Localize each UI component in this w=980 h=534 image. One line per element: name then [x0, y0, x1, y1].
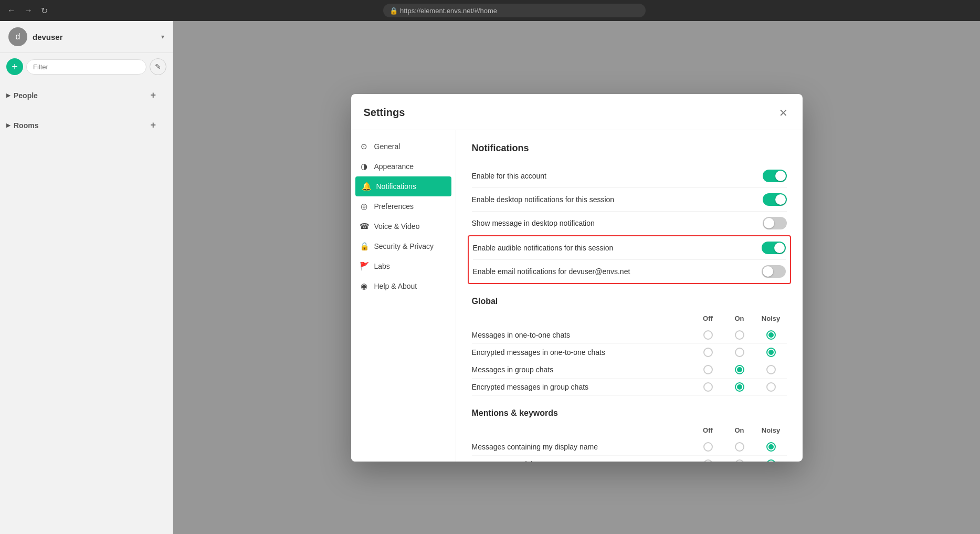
- global-col-off: Off: [692, 315, 724, 322]
- toggle-label-enable-account: Enable for this account: [472, 172, 763, 180]
- radio-global-0-on[interactable]: [735, 330, 744, 340]
- settings-modal-header: Settings ✕: [351, 94, 803, 130]
- nav-item-help-about[interactable]: ◉ Help & About: [351, 276, 456, 296]
- radio-mentions-1-on[interactable]: [735, 459, 744, 462]
- global-title: Global: [472, 297, 787, 306]
- help-icon: ◉: [360, 281, 369, 291]
- toggle-row-enable-account: Enable for this account: [472, 164, 787, 188]
- toggle-row-desktop-notif: Enable desktop notifications for this se…: [472, 188, 787, 212]
- search-input[interactable]: [26, 59, 146, 75]
- username: devuser: [33, 33, 156, 41]
- table-row: Encrypted messages in one-to-one chats: [472, 344, 787, 361]
- refresh-button[interactable]: ↻: [39, 4, 50, 18]
- settings-body: ⊙ General ◑ Appearance 🔔 Notifications: [351, 130, 803, 462]
- rooms-label: Rooms: [14, 121, 38, 130]
- table-row: Encrypted messages in group chats: [472, 379, 787, 396]
- nav-item-appearance[interactable]: ◑ Appearance: [351, 156, 456, 176]
- toggle-label-audible: Enable audible notifications for this se…: [473, 244, 762, 252]
- toggle-email[interactable]: [762, 265, 786, 278]
- radio-mentions-0-off[interactable]: [703, 442, 713, 452]
- global-col-noisy: Noisy: [755, 315, 787, 322]
- sidebar-header: d devuser ▾: [0, 21, 173, 53]
- back-button[interactable]: ←: [5, 4, 18, 17]
- nav-item-labs[interactable]: 🚩 Labs: [351, 256, 456, 276]
- close-button[interactable]: ✕: [777, 104, 790, 121]
- app-layout: d devuser ▾ + ✎ ▶ People + ▶ Rooms + Set…: [0, 21, 980, 534]
- radio-global-1-on[interactable]: [735, 348, 744, 357]
- mentions-table-header: Off On Noisy: [472, 424, 787, 436]
- toggle-row-audible: Enable audible notifications for this se…: [473, 236, 786, 260]
- mentions-title: Mentions & keywords: [472, 409, 787, 418]
- sidebar-item-rooms[interactable]: ▶ Rooms +: [0, 110, 173, 140]
- new-chat-button[interactable]: +: [6, 58, 23, 75]
- url-text: https://element.envs.net/#/home: [400, 7, 497, 15]
- radio-global-0-noisy[interactable]: [766, 330, 776, 340]
- mentions-section: Mentions & keywords Off On Noisy Message…: [472, 409, 787, 462]
- general-icon: ⊙: [360, 142, 369, 151]
- radio-mentions-1-noisy[interactable]: [766, 459, 776, 462]
- chevron-right-icon-rooms: ▶: [6, 122, 10, 128]
- table-row: Messages in group chats: [472, 361, 787, 379]
- table-row: Messages in one-to-one chats: [472, 327, 787, 344]
- add-people-button[interactable]: +: [140, 85, 166, 106]
- global-col-on: On: [724, 315, 755, 322]
- toggle-label-desktop-notif: Enable desktop notifications for this se…: [472, 195, 763, 204]
- nav-item-notifications[interactable]: 🔔 Notifications: [355, 176, 451, 196]
- settings-content: Notifications Enable for this account En…: [456, 130, 803, 462]
- security-icon: 🔒: [360, 242, 369, 251]
- nav-item-general[interactable]: ⊙ General: [351, 137, 456, 156]
- global-table-header: Off On Noisy: [472, 312, 787, 324]
- nav-item-preferences[interactable]: ◎ Preferences: [351, 196, 456, 216]
- main-content: Settings ✕ ⊙ General ◑ Appearance: [173, 21, 980, 534]
- highlight-box: Enable audible notifications for this se…: [468, 235, 791, 284]
- global-section: Global Off On Noisy Messages in one-to-o…: [472, 297, 787, 396]
- mentions-col-on: On: [724, 426, 755, 434]
- radio-global-2-on[interactable]: [735, 365, 744, 374]
- toggle-audible[interactable]: [762, 242, 786, 254]
- forward-button[interactable]: →: [22, 4, 35, 17]
- toggle-show-message[interactable]: [763, 217, 787, 229]
- radio-mentions-1-off[interactable]: [703, 459, 713, 462]
- radio-global-3-off[interactable]: [703, 382, 713, 392]
- mentions-col-noisy: Noisy: [755, 426, 787, 434]
- compose-button[interactable]: ✎: [150, 58, 166, 75]
- toggle-row-email: Enable email notifications for devuser@e…: [473, 260, 786, 283]
- add-rooms-button[interactable]: +: [140, 114, 166, 136]
- avatar: d: [8, 27, 27, 46]
- radio-global-2-off[interactable]: [703, 365, 713, 374]
- table-row: Messages containing my username: [472, 456, 787, 462]
- toggle-enable-account[interactable]: [763, 170, 787, 182]
- labs-icon: 🚩: [360, 261, 369, 271]
- settings-modal: Settings ✕ ⊙ General ◑ Appearance: [351, 94, 803, 462]
- notifications-icon: 🔔: [362, 182, 371, 191]
- toggle-label-show-message: Show message in desktop notification: [472, 219, 763, 227]
- preferences-icon: ◎: [360, 202, 369, 211]
- toggle-desktop-notif[interactable]: [763, 193, 787, 206]
- radio-mentions-0-noisy[interactable]: [766, 442, 776, 452]
- radio-global-2-noisy[interactable]: [766, 365, 776, 374]
- sidebar-search-area: + ✎: [6, 58, 166, 75]
- nav-item-security-privacy[interactable]: 🔒 Security & Privacy: [351, 236, 456, 256]
- mentions-col-off: Off: [692, 426, 724, 434]
- settings-title: Settings: [364, 107, 405, 119]
- people-label: People: [14, 91, 38, 100]
- radio-global-3-noisy[interactable]: [766, 382, 776, 392]
- chevron-right-icon: ▶: [6, 92, 10, 98]
- toggle-row-show-message: Show message in desktop notification: [472, 212, 787, 235]
- browser-chrome: ← → ↻ 🔒 https://element.envs.net/#/home: [0, 0, 980, 21]
- radio-mentions-0-on[interactable]: [735, 442, 744, 452]
- radio-global-1-noisy[interactable]: [766, 348, 776, 357]
- url-bar[interactable]: 🔒 https://element.envs.net/#/home: [383, 4, 646, 17]
- settings-nav: ⊙ General ◑ Appearance 🔔 Notifications: [351, 130, 456, 462]
- sidebar-item-people[interactable]: ▶ People +: [0, 80, 173, 110]
- notifications-section-title: Notifications: [472, 143, 787, 154]
- appearance-icon: ◑: [360, 162, 369, 171]
- radio-global-1-off[interactable]: [703, 348, 713, 357]
- sidebar: d devuser ▾ + ✎ ▶ People + ▶ Rooms +: [0, 21, 173, 534]
- radio-global-3-on[interactable]: [735, 382, 744, 392]
- radio-global-0-off[interactable]: [703, 330, 713, 340]
- nav-item-voice-video[interactable]: ☎ Voice & Video: [351, 216, 456, 236]
- voice-video-icon: ☎: [360, 222, 369, 231]
- table-row: Messages containing my display name: [472, 438, 787, 456]
- modal-overlay[interactable]: Settings ✕ ⊙ General ◑ Appearance: [173, 21, 980, 534]
